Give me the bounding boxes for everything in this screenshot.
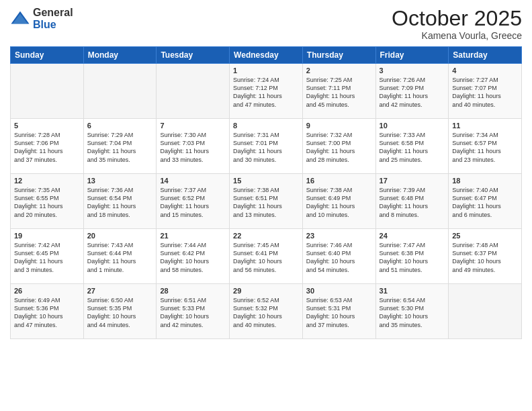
day-info: Sunrise: 7:45 AM Sunset: 6:41 PM Dayligh… — [233, 241, 299, 274]
day-number: 18 — [452, 177, 518, 185]
day-info: Sunrise: 6:50 AM Sunset: 5:35 PM Dayligh… — [87, 296, 153, 329]
calendar-cell — [157, 64, 230, 119]
calendar-cell — [449, 284, 522, 339]
day-info: Sunrise: 6:53 AM Sunset: 5:31 PM Dayligh… — [306, 296, 372, 329]
logo-general-text: General — [33, 7, 73, 19]
day-number: 2 — [306, 66, 372, 75]
day-number: 5 — [14, 122, 80, 130]
col-friday: Friday — [375, 47, 449, 64]
col-wednesday: Wednesday — [230, 47, 303, 64]
day-number: 21 — [160, 232, 226, 240]
calendar-cell: 29Sunrise: 6:52 AM Sunset: 5:32 PM Dayli… — [230, 284, 303, 339]
day-info: Sunrise: 7:30 AM Sunset: 7:03 PM Dayligh… — [160, 131, 226, 164]
day-info: Sunrise: 7:29 AM Sunset: 7:04 PM Dayligh… — [87, 131, 153, 164]
logo-blue-text: Blue — [33, 19, 73, 31]
calendar-cell: 13Sunrise: 7:36 AM Sunset: 6:54 PM Dayli… — [83, 174, 157, 229]
day-number: 27 — [87, 287, 153, 295]
day-number: 30 — [306, 287, 372, 295]
header: General Blue October 2025 Kamena Vourla,… — [10, 7, 522, 41]
day-number: 24 — [380, 232, 445, 240]
calendar-cell: 8Sunrise: 7:31 AM Sunset: 7:01 PM Daylig… — [230, 119, 303, 174]
day-info: Sunrise: 7:38 AM Sunset: 6:49 PM Dayligh… — [306, 186, 372, 219]
calendar-week-row: 19Sunrise: 7:42 AM Sunset: 6:45 PM Dayli… — [11, 229, 522, 284]
day-info: Sunrise: 7:32 AM Sunset: 7:00 PM Dayligh… — [306, 131, 372, 164]
day-number: 14 — [160, 177, 226, 185]
calendar-cell: 20Sunrise: 7:43 AM Sunset: 6:44 PM Dayli… — [83, 229, 157, 284]
day-number: 26 — [14, 287, 80, 295]
day-number: 19 — [14, 232, 80, 240]
day-info: Sunrise: 7:25 AM Sunset: 7:11 PM Dayligh… — [306, 76, 372, 109]
col-sunday: Sunday — [11, 47, 84, 64]
logo-icon — [10, 9, 30, 29]
day-info: Sunrise: 7:47 AM Sunset: 6:38 PM Dayligh… — [380, 241, 445, 274]
day-info: Sunrise: 7:44 AM Sunset: 6:42 PM Dayligh… — [160, 241, 226, 274]
col-saturday: Saturday — [449, 47, 522, 64]
day-info: Sunrise: 6:49 AM Sunset: 5:36 PM Dayligh… — [14, 296, 80, 329]
calendar-cell: 2Sunrise: 7:25 AM Sunset: 7:11 PM Daylig… — [302, 64, 375, 119]
location-subtitle: Kamena Vourla, Greece — [392, 30, 522, 41]
calendar-cell — [83, 64, 157, 119]
calendar-cell: 14Sunrise: 7:37 AM Sunset: 6:52 PM Dayli… — [157, 174, 230, 229]
day-number: 7 — [160, 122, 226, 130]
day-number: 23 — [306, 232, 372, 240]
title-block: October 2025 Kamena Vourla, Greece — [392, 7, 522, 41]
calendar-cell: 17Sunrise: 7:39 AM Sunset: 6:48 PM Dayli… — [375, 174, 449, 229]
logo: General Blue — [10, 7, 73, 30]
calendar-cell: 10Sunrise: 7:33 AM Sunset: 6:58 PM Dayli… — [375, 119, 449, 174]
calendar-cell: 9Sunrise: 7:32 AM Sunset: 7:00 PM Daylig… — [302, 119, 375, 174]
day-number: 16 — [306, 177, 372, 185]
day-info: Sunrise: 7:40 AM Sunset: 6:47 PM Dayligh… — [452, 186, 518, 219]
day-number: 1 — [233, 66, 299, 75]
calendar-cell: 11Sunrise: 7:34 AM Sunset: 6:57 PM Dayli… — [449, 119, 522, 174]
day-info: Sunrise: 7:39 AM Sunset: 6:48 PM Dayligh… — [380, 186, 445, 219]
day-number: 4 — [452, 66, 518, 75]
day-number: 25 — [452, 232, 518, 240]
day-number: 22 — [233, 232, 299, 240]
day-info: Sunrise: 7:26 AM Sunset: 7:09 PM Dayligh… — [380, 76, 445, 109]
day-info: Sunrise: 7:24 AM Sunset: 7:12 PM Dayligh… — [233, 76, 299, 109]
day-number: 12 — [14, 177, 80, 185]
day-info: Sunrise: 7:31 AM Sunset: 7:01 PM Dayligh… — [233, 131, 299, 164]
calendar-cell: 24Sunrise: 7:47 AM Sunset: 6:38 PM Dayli… — [375, 229, 449, 284]
day-number: 8 — [233, 122, 299, 130]
day-info: Sunrise: 7:48 AM Sunset: 6:37 PM Dayligh… — [452, 241, 518, 274]
calendar-week-row: 26Sunrise: 6:49 AM Sunset: 5:36 PM Dayli… — [11, 284, 522, 339]
day-number: 28 — [160, 287, 226, 295]
day-info: Sunrise: 7:34 AM Sunset: 6:57 PM Dayligh… — [452, 131, 518, 164]
calendar-cell: 3Sunrise: 7:26 AM Sunset: 7:09 PM Daylig… — [375, 64, 449, 119]
calendar-cell: 5Sunrise: 7:28 AM Sunset: 7:06 PM Daylig… — [11, 119, 84, 174]
day-info: Sunrise: 6:52 AM Sunset: 5:32 PM Dayligh… — [233, 296, 299, 329]
calendar-cell: 28Sunrise: 6:51 AM Sunset: 5:33 PM Dayli… — [157, 284, 230, 339]
calendar-cell: 7Sunrise: 7:30 AM Sunset: 7:03 PM Daylig… — [157, 119, 230, 174]
calendar-cell: 31Sunrise: 6:54 AM Sunset: 5:30 PM Dayli… — [375, 284, 449, 339]
day-number: 13 — [87, 177, 153, 185]
calendar-cell: 30Sunrise: 6:53 AM Sunset: 5:31 PM Dayli… — [302, 284, 375, 339]
day-info: Sunrise: 7:33 AM Sunset: 6:58 PM Dayligh… — [380, 131, 445, 164]
calendar-week-row: 1Sunrise: 7:24 AM Sunset: 7:12 PM Daylig… — [11, 64, 522, 119]
day-number: 6 — [87, 122, 153, 130]
col-monday: Monday — [83, 47, 157, 64]
day-number: 10 — [380, 122, 445, 130]
month-title: October 2025 — [392, 7, 522, 30]
col-thursday: Thursday — [302, 47, 375, 64]
day-number: 11 — [452, 122, 518, 130]
calendar-cell: 18Sunrise: 7:40 AM Sunset: 6:47 PM Dayli… — [449, 174, 522, 229]
day-info: Sunrise: 7:38 AM Sunset: 6:51 PM Dayligh… — [233, 186, 299, 219]
calendar-week-row: 12Sunrise: 7:35 AM Sunset: 6:55 PM Dayli… — [11, 174, 522, 229]
day-number: 3 — [380, 66, 445, 75]
calendar-cell: 6Sunrise: 7:29 AM Sunset: 7:04 PM Daylig… — [83, 119, 157, 174]
calendar-cell: 27Sunrise: 6:50 AM Sunset: 5:35 PM Dayli… — [83, 284, 157, 339]
calendar-table: Sunday Monday Tuesday Wednesday Thursday… — [10, 46, 522, 339]
calendar-cell: 25Sunrise: 7:48 AM Sunset: 6:37 PM Dayli… — [449, 229, 522, 284]
calendar-cell: 4Sunrise: 7:27 AM Sunset: 7:07 PM Daylig… — [449, 64, 522, 119]
day-number: 20 — [87, 232, 153, 240]
calendar-cell: 19Sunrise: 7:42 AM Sunset: 6:45 PM Dayli… — [11, 229, 84, 284]
calendar-cell: 15Sunrise: 7:38 AM Sunset: 6:51 PM Dayli… — [230, 174, 303, 229]
day-info: Sunrise: 7:42 AM Sunset: 6:45 PM Dayligh… — [14, 241, 80, 274]
calendar-header-row: Sunday Monday Tuesday Wednesday Thursday… — [11, 47, 522, 64]
day-info: Sunrise: 7:27 AM Sunset: 7:07 PM Dayligh… — [452, 76, 518, 109]
page: General Blue October 2025 Kamena Vourla,… — [0, 0, 532, 411]
calendar-cell: 1Sunrise: 7:24 AM Sunset: 7:12 PM Daylig… — [230, 64, 303, 119]
day-info: Sunrise: 6:54 AM Sunset: 5:30 PM Dayligh… — [380, 296, 445, 329]
calendar-cell: 22Sunrise: 7:45 AM Sunset: 6:41 PM Dayli… — [230, 229, 303, 284]
